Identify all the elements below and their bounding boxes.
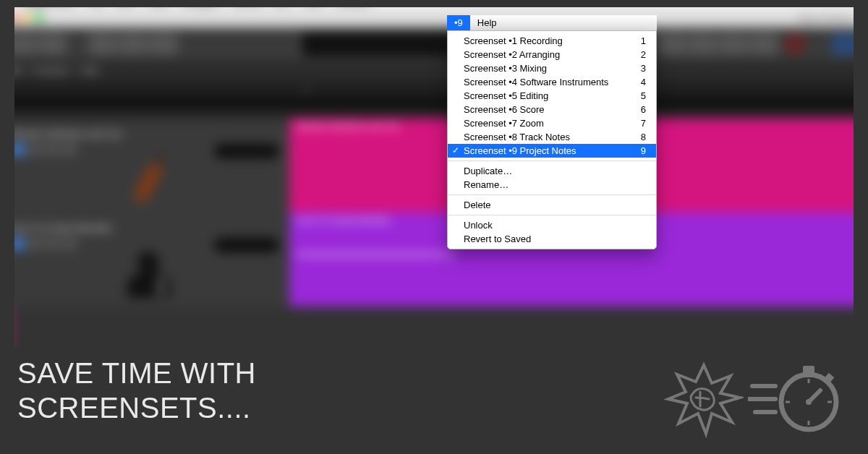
minimize-button[interactable] xyxy=(21,14,30,22)
stop-button[interactable] xyxy=(719,33,748,55)
region-label: How To Create Melodies xyxy=(297,215,391,226)
mute-button[interactable] xyxy=(27,144,42,155)
forward-button[interactable] xyxy=(689,33,718,55)
brain-burst-icon xyxy=(664,361,744,441)
menu-item-duplicate[interactable]: Duplicate… xyxy=(448,164,656,178)
mixer-button[interactable] xyxy=(149,33,178,55)
menu-item-rename[interactable]: Rename… xyxy=(448,178,656,192)
app-background: Logic Pro X File Edit Track Navigate Rec… xyxy=(14,7,854,347)
screenset-indicator[interactable]: •9 xyxy=(447,15,470,30)
track-header[interactable]: How To Create Melodies xyxy=(14,213,289,307)
window-title: Music Producer xyxy=(799,14,854,22)
record-enable-button[interactable] xyxy=(14,238,25,249)
dropdown-panel: Screenset •1 Recording1 Screenset •2 Arr… xyxy=(447,30,657,249)
input-monitor-button[interactable] xyxy=(62,144,77,155)
mute-button[interactable] xyxy=(27,238,42,249)
control-toolbar xyxy=(14,27,854,61)
tracks-subtoolbar: Edit Functions View xyxy=(14,61,854,81)
waveform-icon xyxy=(297,253,456,256)
menu-item-screenset-1[interactable]: Screenset •1 Recording1 xyxy=(448,34,656,48)
singer-icon xyxy=(116,249,181,299)
region-label: Melodic Definition and Use xyxy=(297,121,400,132)
menu-item-screenset-6[interactable]: Screenset •6 Score6 xyxy=(448,103,656,116)
volume-fader[interactable] xyxy=(214,144,279,158)
inspector-button[interactable] xyxy=(38,33,67,55)
violin-icon xyxy=(116,155,181,205)
play-button[interactable] xyxy=(749,33,778,55)
menu-separator xyxy=(448,194,656,195)
library-button[interactable] xyxy=(14,33,36,55)
track-name: How To Create Melodies xyxy=(14,223,279,234)
record-enable-button[interactable] xyxy=(14,144,25,155)
zoom-button[interactable] xyxy=(35,14,43,22)
menu-item-delete[interactable]: Delete xyxy=(448,198,656,212)
caption-line1: SAVE TIME WITH xyxy=(17,356,256,390)
menu-separator xyxy=(448,160,656,161)
track-row[interactable]: Melodic Definition and Use Melodic Defin… xyxy=(14,119,854,213)
ruler-mark: 1 xyxy=(304,85,308,94)
caption: SAVE TIME WITH SCREENSETS.... xyxy=(17,356,256,425)
menu-item-screenset-5[interactable]: Screenset •5 Editing5 xyxy=(448,89,656,103)
menu-item-screenset-4[interactable]: Screenset •4 Software Instruments4 xyxy=(448,75,656,89)
caption-line2: SCREENSETS.... xyxy=(17,390,256,425)
toolbar-button[interactable] xyxy=(88,33,117,55)
input-monitor-button[interactable] xyxy=(62,238,77,249)
menu-separator xyxy=(448,215,656,215)
svg-point-9 xyxy=(806,399,812,405)
screensets-menu: •9 Help Screenset •1 Recording1 Screense… xyxy=(447,15,657,249)
record-button[interactable] xyxy=(784,33,806,55)
solo-button[interactable] xyxy=(45,144,59,155)
smart-controls-button[interactable] xyxy=(119,33,148,55)
sub-edit[interactable]: Edit xyxy=(14,66,22,76)
volume-fader[interactable] xyxy=(214,238,279,252)
svg-marker-0 xyxy=(668,365,740,434)
marker-row[interactable] xyxy=(14,98,854,107)
stopwatch-speed-icon xyxy=(748,360,842,440)
sub-view[interactable]: View xyxy=(80,66,99,76)
menu-item-screenset-8[interactable]: Screenset •8 Track Notes8 xyxy=(448,130,656,144)
solo-button[interactable] xyxy=(45,238,59,249)
track-row[interactable]: How To Create Melodies How To Create Mel… xyxy=(14,213,854,307)
sub-functions[interactable]: Functions xyxy=(33,66,70,76)
rewind-button[interactable] xyxy=(658,33,687,55)
track-header[interactable]: Melodic Definition and Use xyxy=(14,119,289,213)
tracks-area: Melodic Definition and Use Melodic Defin… xyxy=(14,107,854,307)
menu-item-screenset-7[interactable]: Screenset •7 Zoom7 xyxy=(448,116,656,130)
window-titlebar: Music Producer xyxy=(14,9,854,27)
menu-item-screenset-3[interactable]: Screenset •3 Mixing3 xyxy=(448,61,656,75)
menu-item-screenset-2[interactable]: Screenset •2 Arranging2 xyxy=(448,48,656,61)
timeline-ruler[interactable]: 1 2 xyxy=(14,81,854,98)
menu-item-screenset-9[interactable]: ✓Screenset •9 Project Notes9 xyxy=(448,144,656,158)
track-name: Melodic Definition and Use xyxy=(14,129,279,140)
menu-item-revert[interactable]: Revert to Saved xyxy=(448,232,656,246)
menu-item-unlock[interactable]: Unlock xyxy=(448,218,656,232)
notes-button[interactable] xyxy=(832,33,854,55)
svg-rect-6 xyxy=(806,372,812,377)
menubar-help[interactable]: Help xyxy=(470,15,504,30)
close-button[interactable] xyxy=(14,14,16,22)
checkmark-icon: ✓ xyxy=(452,145,459,155)
